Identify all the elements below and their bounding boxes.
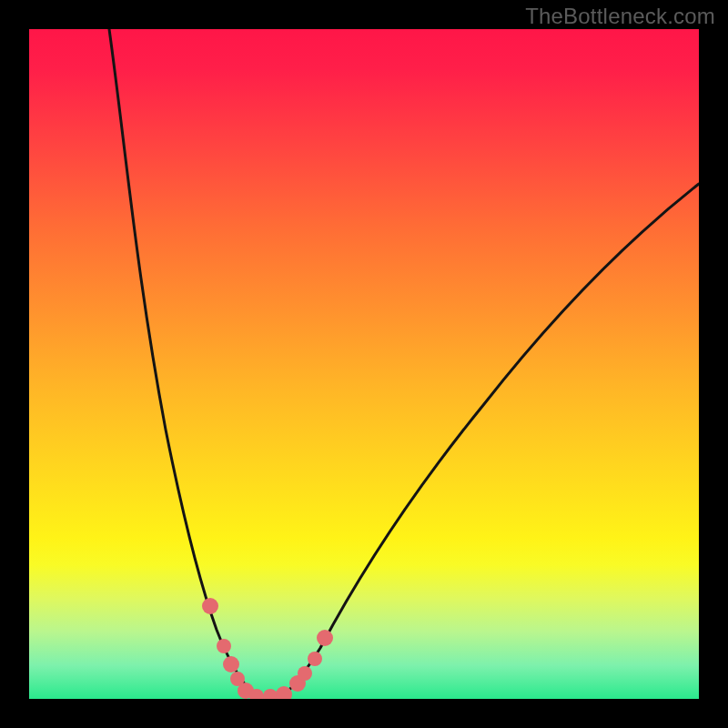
bead-6: [263, 689, 278, 699]
chart-svg: [29, 29, 699, 699]
bead-9: [298, 666, 312, 681]
watermark-text: TheBottleneck.com: [525, 4, 715, 29]
bead-2: [223, 656, 239, 672]
curve-left: [109, 29, 257, 697]
plot-area: [29, 29, 699, 699]
curve-right: [280, 184, 699, 697]
bead-0: [202, 598, 218, 614]
bead-10: [308, 652, 322, 666]
bead-1: [217, 639, 231, 653]
bead-11: [317, 630, 333, 646]
chart-frame: TheBottleneck.com: [0, 0, 728, 728]
